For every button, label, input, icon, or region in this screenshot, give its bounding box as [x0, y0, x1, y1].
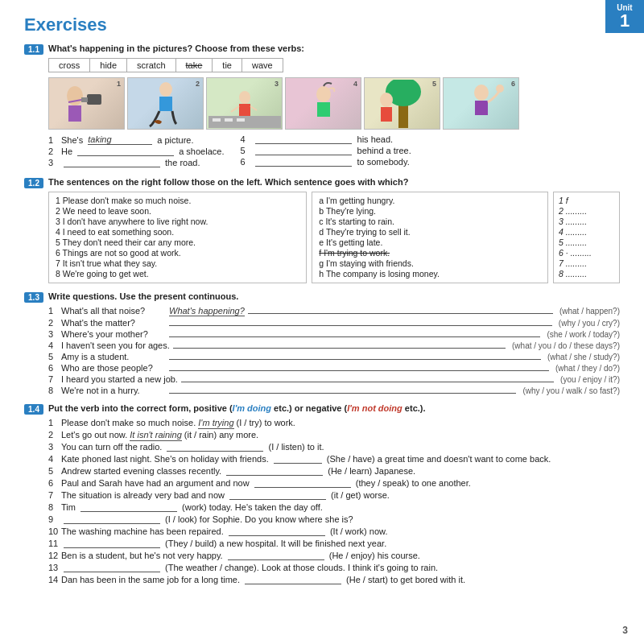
sentence-5: 5 behind a tree. — [240, 146, 411, 155]
ans-4: 4 ......... — [559, 227, 614, 237]
section-1-3: 1.3 Write questions. Use the present con… — [24, 291, 620, 395]
svg-rect-10 — [237, 118, 245, 122]
svg-point-23 — [496, 85, 504, 93]
sentences-container: 1 She's taking a picture. 2 He a shoelac… — [48, 134, 620, 169]
svg-point-21 — [474, 85, 489, 101]
right-item-c: c It's starting to rain. — [319, 217, 541, 226]
svg-rect-3 — [81, 97, 88, 102]
s4-item-3: 3 You can turn off the radio. (I / liste… — [48, 442, 620, 452]
section-num-1-4: 1.4 — [24, 404, 43, 415]
page-title: Exercises — [24, 14, 620, 35]
sentence-3: 3 the road. — [48, 158, 224, 167]
verb-cross: cross — [49, 59, 90, 72]
left-item-4: 4 I need to eat something soon. — [56, 227, 299, 237]
image-3: 3 — [206, 77, 283, 130]
right-col: a I'm getting hungry. b They're lying. c… — [312, 192, 548, 283]
s4-item-5: 5 Andrew started evening classes recentl… — [48, 466, 620, 476]
ans-1: 1 f — [559, 196, 614, 205]
section-instruction-1-4: Put the verb into the correct form, posi… — [48, 403, 620, 413]
s4-item-1: 1 Please don't make so much noise. I'm t… — [48, 418, 620, 427]
sentences-left: 1 She's taking a picture. 2 He a shoelac… — [48, 134, 224, 169]
section-instruction-1-2: The sentences on the right follow those … — [48, 177, 620, 187]
ans-7: 7 ......... — [559, 258, 614, 268]
right-item-a: a I'm getting hungry. — [319, 196, 541, 205]
section-1-4: 1.4 Put the verb into the correct form, … — [24, 403, 620, 584]
section-1-2: 1.2 The sentences on the right follow th… — [24, 177, 620, 283]
sentence-1: 1 She's taking a picture. — [48, 134, 224, 145]
answer-5 — [255, 155, 352, 155]
two-col-exercise: 1 Please don't make so much noise. 2 We … — [48, 192, 620, 283]
answer-3 — [64, 167, 160, 167]
answer-col: 1 f 2 ......... 3 ......... 4 ......... … — [553, 192, 620, 283]
s4-item-14: 14 Dan has been in the same job for a lo… — [48, 575, 620, 584]
answer-6 — [255, 166, 352, 167]
svg-rect-8 — [213, 118, 221, 122]
svg-point-11 — [239, 91, 250, 104]
left-item-3: 3 I don't have anywhere to live right no… — [56, 217, 299, 226]
q-item-6: 6 Who are those people? (what / they / d… — [48, 363, 620, 373]
section-1-1: 1.1 What's happening in the pictures? Ch… — [24, 43, 620, 169]
left-col: 1 Please don't make so much noise. 2 We … — [48, 192, 307, 283]
left-item-1: 1 Please don't make so much noise. — [56, 196, 299, 205]
svg-line-14 — [250, 106, 257, 110]
right-item-g: g I'm staying with friends. — [319, 258, 541, 268]
image-1: 1 — [48, 77, 125, 130]
svg-rect-7 — [208, 116, 281, 128]
right-item-f: f I'm trying to work. — [319, 248, 541, 258]
s4-item-11: 11 (They / build) a new hospital. It wil… — [48, 539, 620, 548]
s4-item-13: 13 (The weather / change). Look at those… — [48, 563, 620, 572]
section-instruction-1-3: Write questions. Use the present continu… — [48, 291, 620, 301]
q-item-5: 5 Amy is a student. (what / she / study?… — [48, 352, 620, 361]
s4-item-12: 12 Ben is a student, but he's not very h… — [48, 551, 620, 560]
sentence-4: 4 his head. — [240, 134, 411, 144]
svg-rect-20 — [381, 107, 392, 122]
answer-4 — [255, 143, 352, 144]
sentence-6: 6 to somebody. — [240, 157, 411, 167]
verbs-row: cross hide scratch take tie wave — [48, 58, 283, 72]
ans-3: 3 ......... — [559, 217, 614, 226]
image-4: 4 — [285, 77, 361, 130]
svg-point-19 — [380, 93, 393, 107]
right-item-h: h The company is losing money. — [319, 269, 541, 279]
section-instruction-1-1: What's happening in the pictures? Choose… — [48, 43, 620, 53]
left-item-7: 7 It isn't true what they say. — [56, 258, 299, 268]
ans-8: 8 ......... — [559, 269, 614, 279]
q-items: 1 What's all that noise? What's happenin… — [48, 306, 620, 395]
q-item-2: 2 What's the matter? (why / you / cry?) — [48, 318, 620, 328]
ans-2: 2 ......... — [559, 206, 614, 216]
image-2: 2 — [127, 77, 204, 130]
svg-rect-12 — [239, 104, 250, 116]
right-item-e: e It's getting late. — [319, 237, 541, 247]
q-item-3: 3 Where's your mother? (she / work / tod… — [48, 329, 620, 339]
verb-tie: tie — [213, 59, 242, 72]
s4-items: 1 Please don't make so much noise. I'm t… — [48, 418, 620, 584]
verb-take: take — [176, 59, 213, 72]
verb-scratch: scratch — [127, 59, 175, 72]
verb-wave: wave — [242, 59, 283, 72]
svg-point-5 — [159, 82, 172, 97]
svg-rect-16 — [317, 102, 330, 117]
svg-rect-9 — [225, 118, 233, 122]
image-5: 5 — [364, 77, 440, 130]
right-item-b: b They're lying. — [319, 206, 541, 216]
svg-rect-2 — [87, 94, 101, 105]
section-num-1-2: 1.2 — [24, 178, 43, 188]
svg-rect-1 — [68, 105, 81, 122]
q-item-8: 8 We're not in a hurry. (why / you / wal… — [48, 386, 620, 395]
s4-item-2: 2 Let's go out now. It isn't raining (it… — [48, 430, 620, 440]
left-item-5: 5 They don't need their car any more. — [56, 237, 299, 247]
unit-badge: Unit 1 — [605, 0, 644, 33]
verb-hide: hide — [90, 59, 127, 72]
left-item-8: 8 We're going to get wet. — [56, 269, 299, 279]
section-num-1-1: 1.1 — [24, 44, 43, 55]
s4-item-8: 8 Tim (work) today. He's taken the day o… — [48, 502, 620, 512]
s4-item-7: 7 The situation is already very bad and … — [48, 490, 620, 500]
sentence-2: 2 He a shoelace. — [48, 147, 224, 156]
svg-line-13 — [231, 106, 239, 112]
s4-item-9: 9 (I / look) for Sophie. Do you know whe… — [48, 514, 620, 524]
q-item-4: 4 I haven't seen you for ages. (what / y… — [48, 341, 620, 350]
left-item-6: 6 Things are not so good at work. — [56, 248, 299, 258]
answer-1: taking — [88, 134, 152, 145]
s4-item-6: 6 Paul and Sarah have had an argument an… — [48, 478, 620, 488]
ans-5: 5 ......... — [559, 237, 614, 247]
